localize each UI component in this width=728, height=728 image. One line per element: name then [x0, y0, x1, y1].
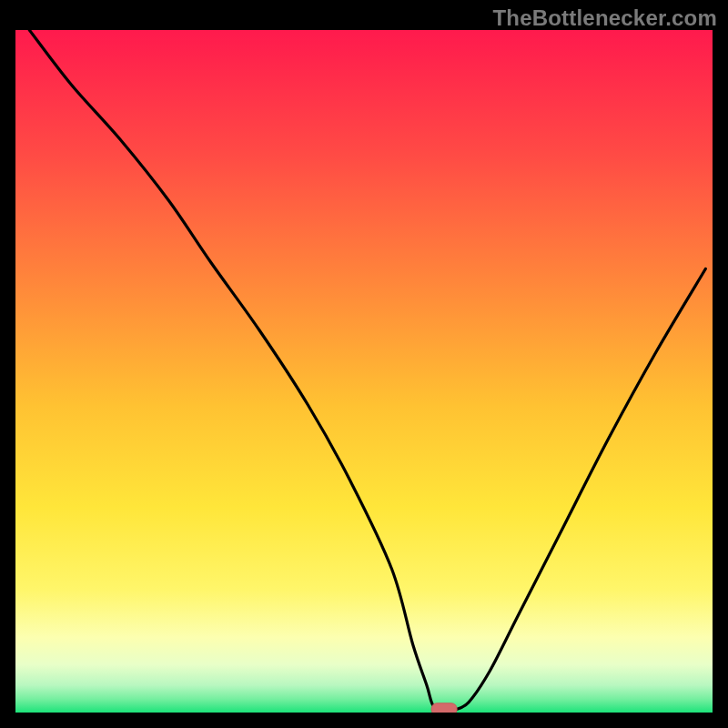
svg-rect-4	[713, 0, 728, 728]
bottleneck-chart	[0, 0, 728, 728]
svg-rect-2	[0, 713, 728, 728]
plot-background	[15, 30, 713, 713]
watermark-text: TheBottlenecker.com	[492, 5, 717, 31]
svg-rect-3	[0, 0, 15, 728]
